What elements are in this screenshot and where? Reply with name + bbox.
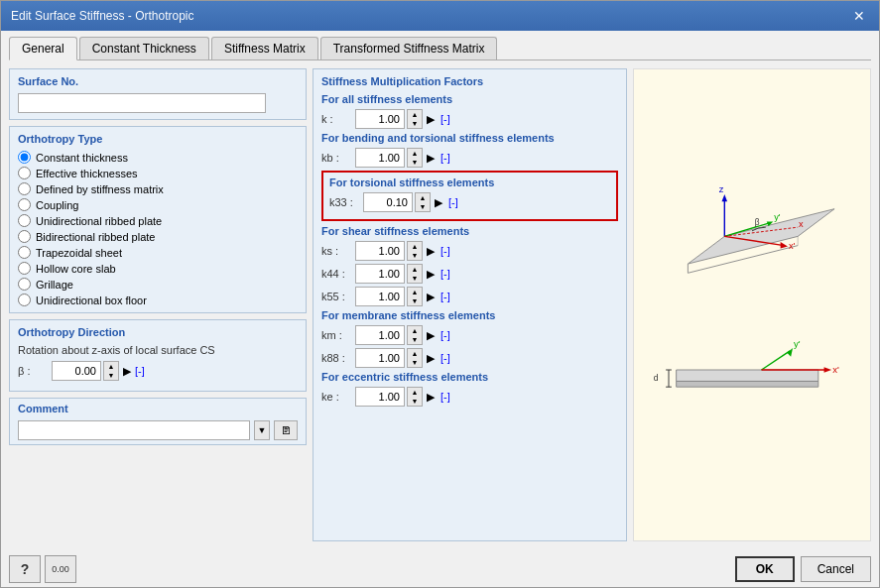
radio-coupling[interactable]: Coupling: [18, 198, 298, 211]
kb-label: kb :: [321, 152, 349, 164]
radio-unidirectional-ribbed[interactable]: Unidirectional ribbed plate: [18, 214, 298, 227]
km-spin-up[interactable]: ▲: [408, 326, 422, 335]
stiffness-section: Stiffness Multiplication Factors For all…: [313, 68, 627, 541]
km-spin-buttons: ▲ ▼: [407, 325, 423, 345]
km-unit[interactable]: [-]: [440, 329, 450, 341]
ks-unit[interactable]: [-]: [440, 245, 450, 257]
svg-text:x': x': [789, 241, 796, 251]
beta-unit[interactable]: [-]: [135, 365, 145, 377]
k-spin-buttons: ▲ ▼: [407, 109, 423, 129]
k88-input[interactable]: [355, 348, 405, 368]
k-unit[interactable]: [-]: [440, 113, 450, 125]
ke-label: ke :: [321, 391, 349, 403]
k55-spin-down[interactable]: ▼: [408, 296, 422, 305]
k-spin: ▲ ▼ ▶: [355, 109, 435, 129]
svg-marker-17: [677, 381, 818, 387]
orthotropy-direction-section: Orthotropy Direction Rotation about z-ax…: [9, 319, 307, 392]
comment-dropdown-button[interactable]: ▼: [254, 420, 270, 440]
top-diagram: z y' x' x β: [648, 181, 856, 300]
kb-spin-buttons: ▲ ▼: [407, 148, 423, 168]
bottom-left-buttons: ? 0.00: [9, 555, 76, 583]
surface-no-label: Surface No.: [18, 75, 298, 87]
comment-input[interactable]: [18, 420, 250, 440]
radio-defined-by-stiffness[interactable]: Defined by stiffness matrix: [18, 182, 298, 195]
torsional-highlight-box: For torsional stiffness elements k33 : ▲…: [321, 171, 618, 221]
k33-spin-down[interactable]: ▼: [416, 202, 430, 211]
ok-button[interactable]: OK: [735, 556, 795, 582]
orthotropy-type-section: Orthotropy Type Constant thickness Effec…: [9, 126, 307, 313]
radio-unidirectional-box-floor[interactable]: Unidirectional box floor: [18, 294, 298, 306]
radio-grillage[interactable]: Grillage: [18, 278, 298, 291]
beta-spin-up[interactable]: ▲: [104, 362, 118, 371]
radio-constant-thickness[interactable]: Constant thickness: [18, 151, 298, 164]
ks-spin-up[interactable]: ▲: [408, 242, 422, 251]
ks-spin-buttons: ▲ ▼: [407, 241, 423, 261]
beta-input[interactable]: [52, 361, 101, 381]
svg-marker-11: [781, 241, 788, 247]
beta-row: β : ▲ ▼ ▶ [-]: [18, 361, 298, 381]
ke-unit[interactable]: [-]: [440, 391, 450, 403]
radio-trapezoidal-sheet[interactable]: Trapezoidal sheet: [18, 246, 298, 259]
k-spin-up[interactable]: ▲: [408, 110, 422, 119]
surface-no-input[interactable]: [18, 93, 266, 113]
svg-text:x': x': [832, 363, 839, 374]
cancel-button[interactable]: Cancel: [801, 556, 871, 582]
comment-image-button[interactable]: 🖹: [274, 420, 298, 440]
k-input[interactable]: [355, 109, 405, 129]
radio-bidirectional-ribbed[interactable]: Bidirectional ribbed plate: [18, 230, 298, 243]
stiffness-title: Stiffness Multiplication Factors: [321, 75, 618, 87]
dialog-title: Edit Surface Stiffness - Orthotropic: [11, 9, 194, 23]
dialog-content: General Constant Thickness Stiffness Mat…: [1, 31, 879, 549]
kb-row: kb : ▲ ▼ ▶ [-]: [321, 148, 618, 168]
k33-spin-up[interactable]: ▲: [416, 193, 430, 202]
kb-spin-down[interactable]: ▼: [408, 158, 422, 167]
ke-spin: ▲ ▼ ▶: [355, 387, 435, 407]
calc-button[interactable]: 0.00: [45, 555, 76, 583]
bottom-right-buttons: OK Cancel: [735, 556, 871, 582]
ke-input[interactable]: [355, 387, 405, 407]
k44-spin-up[interactable]: ▲: [408, 265, 422, 274]
k88-unit[interactable]: [-]: [440, 352, 450, 364]
k44-spin-down[interactable]: ▼: [408, 274, 422, 283]
tab-stiffness-matrix[interactable]: Stiffness Matrix: [211, 37, 318, 59]
k33-input[interactable]: [363, 192, 413, 212]
kb-spin: ▲ ▼ ▶: [355, 148, 435, 168]
comment-section: Comment ▼ 🖹: [9, 398, 307, 445]
top-diagram-svg: z y' x' x β: [648, 181, 856, 300]
svg-text:y': y': [774, 211, 781, 221]
radio-effective-thicknesses[interactable]: Effective thicknesses: [18, 167, 298, 179]
ks-input[interactable]: [355, 241, 405, 261]
ks-spin-down[interactable]: ▼: [408, 251, 422, 260]
k-spin-down[interactable]: ▼: [408, 119, 422, 128]
km-input[interactable]: [355, 325, 405, 345]
close-button[interactable]: ✕: [849, 7, 869, 25]
km-spin-down[interactable]: ▼: [408, 335, 422, 344]
calc-icon: 0.00: [52, 564, 69, 574]
tab-constant-thickness[interactable]: Constant Thickness: [79, 37, 209, 59]
k44-unit[interactable]: [-]: [440, 268, 450, 280]
help-button[interactable]: ?: [9, 555, 41, 583]
k88-spin-down[interactable]: ▼: [408, 358, 422, 367]
k88-spin-up[interactable]: ▲: [408, 349, 422, 358]
svg-marker-16: [677, 370, 818, 381]
beta-label: β :: [18, 365, 48, 377]
svg-text:β: β: [755, 217, 760, 227]
k55-unit[interactable]: [-]: [440, 291, 450, 302]
tab-general[interactable]: General: [9, 37, 77, 60]
k44-input[interactable]: [355, 264, 405, 284]
k33-spin: ▲ ▼ ▶: [363, 192, 442, 212]
ke-spin-up[interactable]: ▲: [408, 388, 422, 397]
ke-spin-down[interactable]: ▼: [408, 397, 422, 406]
help-icon: ?: [21, 561, 30, 577]
k55-input[interactable]: [355, 287, 405, 306]
kb-spin-up[interactable]: ▲: [408, 149, 422, 158]
kb-unit[interactable]: [-]: [440, 152, 450, 164]
km-spin: ▲ ▼ ▶: [355, 325, 435, 345]
kb-input[interactable]: [355, 148, 405, 168]
radio-hollow-core-slab[interactable]: Hollow core slab: [18, 262, 298, 275]
beta-spin-down[interactable]: ▼: [104, 371, 118, 380]
tab-transformed-stiffness-matrix[interactable]: Transformed Stiffness Matrix: [320, 37, 498, 59]
k33-unit[interactable]: [-]: [448, 196, 458, 208]
svg-text:y': y': [794, 338, 801, 349]
k55-spin-up[interactable]: ▲: [408, 288, 422, 296]
